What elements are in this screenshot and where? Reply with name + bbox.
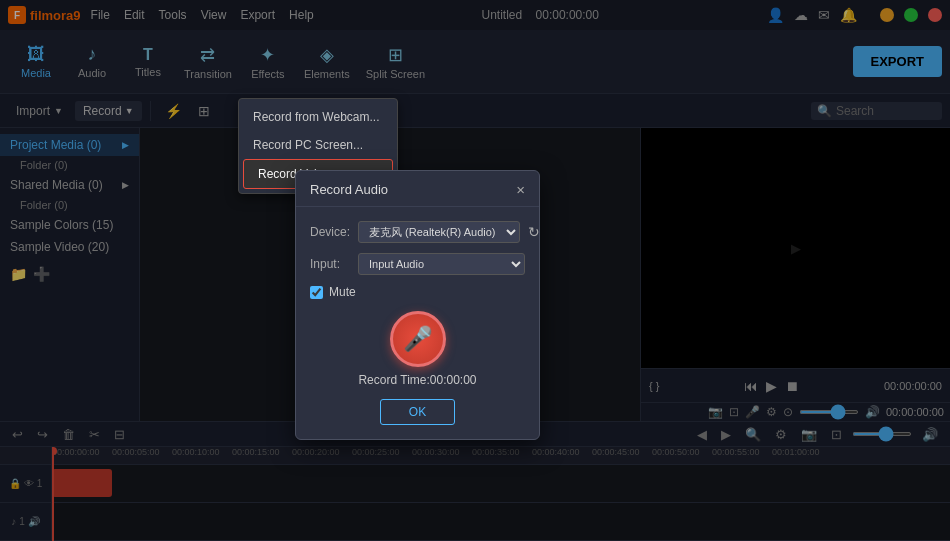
mute-checkbox[interactable] [310,286,323,299]
record-time-label: Record Time: [358,373,429,387]
device-label: Device: [310,225,350,239]
dialog-body: Device: 麦克风 (Realtek(R) Audio) ↻ Input: … [296,207,539,439]
input-select[interactable]: Input Audio [358,253,525,275]
dialog-title: Record Audio [310,182,388,197]
record-pc-screen-option[interactable]: Record PC Screen... [239,131,397,159]
dialog-ok-button[interactable]: OK [380,399,455,425]
dialog-close-button[interactable]: × [516,181,525,198]
record-time-value: 00:00:00 [430,373,477,387]
record-mic-button[interactable]: 🎤 [390,311,446,367]
record-button-container: 🎤 [310,311,525,367]
dialog-header: Record Audio × [296,171,539,207]
device-row: Device: 麦克风 (Realtek(R) Audio) ↻ [310,221,525,243]
mute-label: Mute [329,285,356,299]
mute-row: Mute [310,285,525,299]
microphone-icon: 🎤 [403,325,433,353]
device-select[interactable]: 麦克风 (Realtek(R) Audio) [358,221,520,243]
refresh-icon[interactable]: ↻ [528,224,540,240]
record-time-display: Record Time:00:00:00 [310,373,525,387]
input-label: Input: [310,257,350,271]
record-audio-dialog: Record Audio × Device: 麦克风 (Realtek(R) A… [295,170,540,440]
record-from-webcam-option[interactable]: Record from Webcam... [239,103,397,131]
input-row: Input: Input Audio [310,253,525,275]
